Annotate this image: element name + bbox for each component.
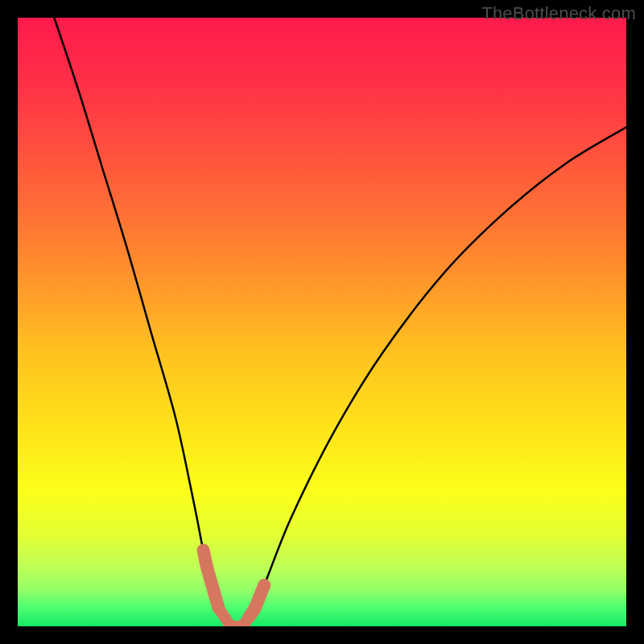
- plot-area: [18, 18, 626, 626]
- chart-stage: TheBottleneck.com: [0, 0, 644, 644]
- highlight-markers: [18, 18, 626, 626]
- watermark-label: TheBottleneck.com: [481, 3, 636, 24]
